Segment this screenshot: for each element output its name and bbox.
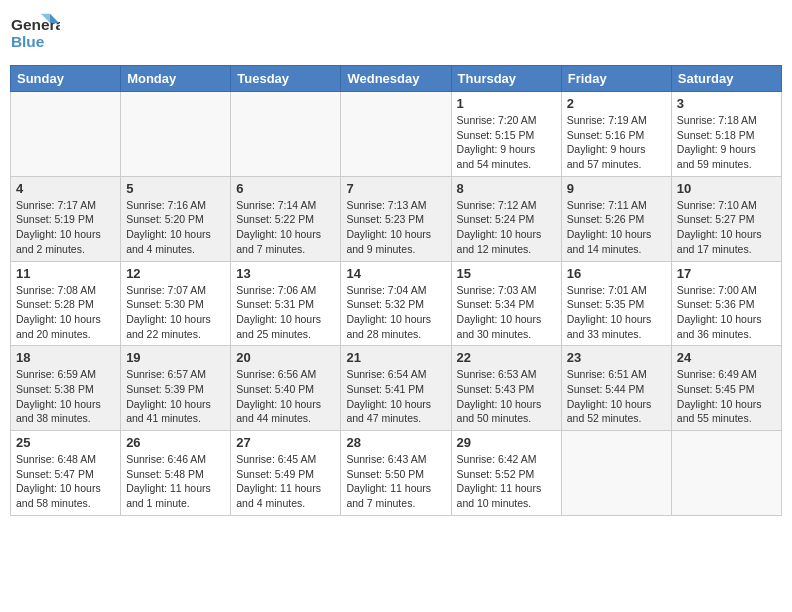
day-number: 7: [346, 181, 445, 196]
day-of-week-header: Tuesday: [231, 66, 341, 92]
day-number: 10: [677, 181, 776, 196]
calendar-day-cell: 8Sunrise: 7:12 AM Sunset: 5:24 PM Daylig…: [451, 176, 561, 261]
day-number: 26: [126, 435, 225, 450]
day-number: 21: [346, 350, 445, 365]
calendar-day-cell: 23Sunrise: 6:51 AM Sunset: 5:44 PM Dayli…: [561, 346, 671, 431]
day-number: 8: [457, 181, 556, 196]
calendar-day-cell: 16Sunrise: 7:01 AM Sunset: 5:35 PM Dayli…: [561, 261, 671, 346]
calendar-day-cell: 14Sunrise: 7:04 AM Sunset: 5:32 PM Dayli…: [341, 261, 451, 346]
calendar-day-cell: 2Sunrise: 7:19 AM Sunset: 5:16 PM Daylig…: [561, 92, 671, 177]
day-number: 1: [457, 96, 556, 111]
day-number: 19: [126, 350, 225, 365]
day-of-week-header: Friday: [561, 66, 671, 92]
day-number: 20: [236, 350, 335, 365]
day-info: Sunrise: 6:53 AM Sunset: 5:43 PM Dayligh…: [457, 367, 556, 426]
calendar-day-cell: 12Sunrise: 7:07 AM Sunset: 5:30 PM Dayli…: [121, 261, 231, 346]
day-info: Sunrise: 7:07 AM Sunset: 5:30 PM Dayligh…: [126, 283, 225, 342]
day-info: Sunrise: 7:00 AM Sunset: 5:36 PM Dayligh…: [677, 283, 776, 342]
day-info: Sunrise: 7:03 AM Sunset: 5:34 PM Dayligh…: [457, 283, 556, 342]
day-of-week-header: Thursday: [451, 66, 561, 92]
calendar-day-cell: [11, 92, 121, 177]
calendar-day-cell: 6Sunrise: 7:14 AM Sunset: 5:22 PM Daylig…: [231, 176, 341, 261]
calendar-day-cell: 29Sunrise: 6:42 AM Sunset: 5:52 PM Dayli…: [451, 431, 561, 516]
day-number: 24: [677, 350, 776, 365]
day-info: Sunrise: 7:11 AM Sunset: 5:26 PM Dayligh…: [567, 198, 666, 257]
calendar-week-row: 1Sunrise: 7:20 AM Sunset: 5:15 PM Daylig…: [11, 92, 782, 177]
day-number: 28: [346, 435, 445, 450]
day-number: 17: [677, 266, 776, 281]
calendar-day-cell: [561, 431, 671, 516]
day-number: 29: [457, 435, 556, 450]
day-number: 25: [16, 435, 115, 450]
calendar-day-cell: 18Sunrise: 6:59 AM Sunset: 5:38 PM Dayli…: [11, 346, 121, 431]
day-number: 3: [677, 96, 776, 111]
calendar-week-row: 18Sunrise: 6:59 AM Sunset: 5:38 PM Dayli…: [11, 346, 782, 431]
day-info: Sunrise: 6:45 AM Sunset: 5:49 PM Dayligh…: [236, 452, 335, 511]
day-number: 2: [567, 96, 666, 111]
day-of-week-header: Monday: [121, 66, 231, 92]
day-number: 11: [16, 266, 115, 281]
day-of-week-header: Wednesday: [341, 66, 451, 92]
calendar-header-row: SundayMondayTuesdayWednesdayThursdayFrid…: [11, 66, 782, 92]
calendar-day-cell: 1Sunrise: 7:20 AM Sunset: 5:15 PM Daylig…: [451, 92, 561, 177]
calendar-day-cell: 25Sunrise: 6:48 AM Sunset: 5:47 PM Dayli…: [11, 431, 121, 516]
calendar-day-cell: 11Sunrise: 7:08 AM Sunset: 5:28 PM Dayli…: [11, 261, 121, 346]
day-info: Sunrise: 6:59 AM Sunset: 5:38 PM Dayligh…: [16, 367, 115, 426]
day-number: 9: [567, 181, 666, 196]
day-info: Sunrise: 7:20 AM Sunset: 5:15 PM Dayligh…: [457, 113, 556, 172]
day-info: Sunrise: 6:51 AM Sunset: 5:44 PM Dayligh…: [567, 367, 666, 426]
day-info: Sunrise: 6:49 AM Sunset: 5:45 PM Dayligh…: [677, 367, 776, 426]
day-number: 13: [236, 266, 335, 281]
calendar-day-cell: [121, 92, 231, 177]
calendar-day-cell: 22Sunrise: 6:53 AM Sunset: 5:43 PM Dayli…: [451, 346, 561, 431]
logo: General Blue: [10, 10, 60, 55]
day-info: Sunrise: 6:48 AM Sunset: 5:47 PM Dayligh…: [16, 452, 115, 511]
day-info: Sunrise: 7:16 AM Sunset: 5:20 PM Dayligh…: [126, 198, 225, 257]
calendar-day-cell: 4Sunrise: 7:17 AM Sunset: 5:19 PM Daylig…: [11, 176, 121, 261]
calendar-day-cell: [231, 92, 341, 177]
day-info: Sunrise: 6:42 AM Sunset: 5:52 PM Dayligh…: [457, 452, 556, 511]
day-number: 14: [346, 266, 445, 281]
day-number: 4: [16, 181, 115, 196]
day-info: Sunrise: 7:08 AM Sunset: 5:28 PM Dayligh…: [16, 283, 115, 342]
logo-svg: General Blue: [10, 10, 60, 55]
day-info: Sunrise: 7:14 AM Sunset: 5:22 PM Dayligh…: [236, 198, 335, 257]
day-number: 15: [457, 266, 556, 281]
day-info: Sunrise: 6:46 AM Sunset: 5:48 PM Dayligh…: [126, 452, 225, 511]
day-number: 6: [236, 181, 335, 196]
calendar-table: SundayMondayTuesdayWednesdayThursdayFrid…: [10, 65, 782, 516]
day-info: Sunrise: 7:19 AM Sunset: 5:16 PM Dayligh…: [567, 113, 666, 172]
day-info: Sunrise: 7:06 AM Sunset: 5:31 PM Dayligh…: [236, 283, 335, 342]
calendar-day-cell: 28Sunrise: 6:43 AM Sunset: 5:50 PM Dayli…: [341, 431, 451, 516]
day-number: 22: [457, 350, 556, 365]
calendar-week-row: 25Sunrise: 6:48 AM Sunset: 5:47 PM Dayli…: [11, 431, 782, 516]
calendar-day-cell: 19Sunrise: 6:57 AM Sunset: 5:39 PM Dayli…: [121, 346, 231, 431]
calendar-day-cell: 27Sunrise: 6:45 AM Sunset: 5:49 PM Dayli…: [231, 431, 341, 516]
calendar-day-cell: 9Sunrise: 7:11 AM Sunset: 5:26 PM Daylig…: [561, 176, 671, 261]
calendar-day-cell: 10Sunrise: 7:10 AM Sunset: 5:27 PM Dayli…: [671, 176, 781, 261]
day-info: Sunrise: 6:56 AM Sunset: 5:40 PM Dayligh…: [236, 367, 335, 426]
day-of-week-header: Sunday: [11, 66, 121, 92]
day-info: Sunrise: 6:57 AM Sunset: 5:39 PM Dayligh…: [126, 367, 225, 426]
day-of-week-header: Saturday: [671, 66, 781, 92]
page-header: General Blue: [10, 10, 782, 55]
calendar-week-row: 11Sunrise: 7:08 AM Sunset: 5:28 PM Dayli…: [11, 261, 782, 346]
day-number: 12: [126, 266, 225, 281]
calendar-day-cell: 13Sunrise: 7:06 AM Sunset: 5:31 PM Dayli…: [231, 261, 341, 346]
day-info: Sunrise: 7:18 AM Sunset: 5:18 PM Dayligh…: [677, 113, 776, 172]
calendar-day-cell: 26Sunrise: 6:46 AM Sunset: 5:48 PM Dayli…: [121, 431, 231, 516]
day-number: 23: [567, 350, 666, 365]
day-info: Sunrise: 7:10 AM Sunset: 5:27 PM Dayligh…: [677, 198, 776, 257]
calendar-day-cell: [341, 92, 451, 177]
day-info: Sunrise: 7:17 AM Sunset: 5:19 PM Dayligh…: [16, 198, 115, 257]
day-number: 5: [126, 181, 225, 196]
calendar-day-cell: 24Sunrise: 6:49 AM Sunset: 5:45 PM Dayli…: [671, 346, 781, 431]
calendar-day-cell: 5Sunrise: 7:16 AM Sunset: 5:20 PM Daylig…: [121, 176, 231, 261]
logo-container: General Blue: [10, 10, 60, 55]
calendar-day-cell: 3Sunrise: 7:18 AM Sunset: 5:18 PM Daylig…: [671, 92, 781, 177]
day-number: 18: [16, 350, 115, 365]
calendar-day-cell: 17Sunrise: 7:00 AM Sunset: 5:36 PM Dayli…: [671, 261, 781, 346]
day-info: Sunrise: 7:13 AM Sunset: 5:23 PM Dayligh…: [346, 198, 445, 257]
day-info: Sunrise: 6:54 AM Sunset: 5:41 PM Dayligh…: [346, 367, 445, 426]
logo-blue-text: Blue: [11, 33, 45, 50]
